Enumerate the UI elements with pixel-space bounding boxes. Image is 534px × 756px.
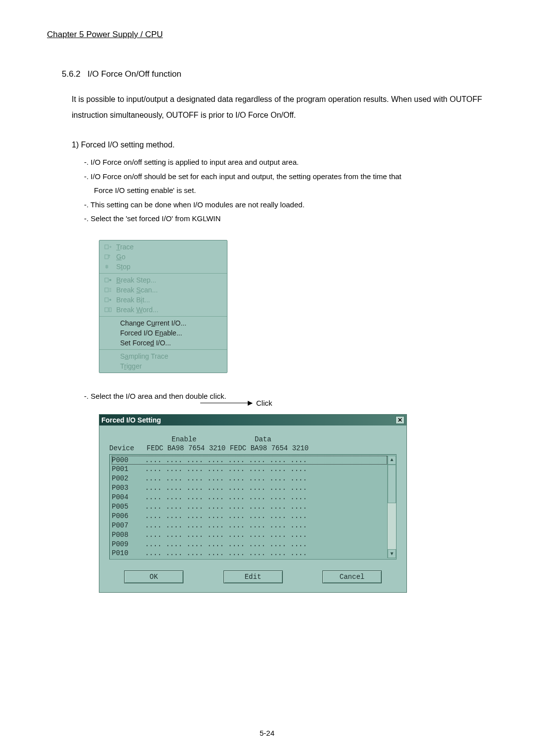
break-step-icon — [104, 277, 112, 284]
scroll-up-button[interactable]: ▲ — [388, 456, 396, 465]
svg-rect-1 — [105, 255, 108, 259]
menu-sampling-label: Sampling Trace — [120, 352, 168, 360]
scroll-thumb[interactable] — [388, 465, 396, 503]
menu-break-bit: Break Bit... — [99, 295, 227, 305]
scroll-down-button[interactable]: ▼ — [388, 549, 396, 558]
dialog-title: Forced I/O Setting — [101, 416, 161, 424]
bullet-2-cont: Force I/O setting enable' is set. — [94, 184, 487, 198]
menu-break-scan-label: Break Scan... — [116, 286, 158, 294]
menu-stop-label: Stop — [116, 263, 131, 271]
menu-stop: Stop — [99, 262, 227, 272]
ok-button[interactable]: OK — [124, 570, 183, 583]
svg-point-6 — [109, 299, 111, 301]
menu-trigger: Trigger — [99, 361, 227, 371]
svg-rect-5 — [105, 298, 108, 302]
go-icon — [104, 253, 112, 260]
menu-break-scan: Break Scan... — [99, 285, 227, 295]
menu-forced-io-enable[interactable]: Forced I/O Enable... — [99, 328, 227, 338]
menu-break-bit-label: Break Bit... — [116, 296, 150, 304]
bullet-3: -. This setting can be done when I/O mod… — [84, 198, 472, 212]
column-header-groups: Enable Data — [109, 435, 397, 443]
scroll-track[interactable] — [388, 465, 396, 550]
bullet-1: -. I/O Force on/off setting is applied t… — [84, 155, 472, 170]
trace-icon — [104, 243, 112, 250]
stop-icon — [104, 263, 112, 270]
svg-rect-2 — [105, 278, 108, 282]
list-row[interactable]: P006 .... .... .... .... .... .... .... … — [112, 512, 387, 521]
svg-rect-8 — [109, 308, 111, 312]
menu-sampling-trace: Sampling Trace — [99, 351, 227, 361]
click-label: Click — [256, 399, 272, 407]
break-word-icon — [104, 306, 112, 313]
list-row[interactable]: P001 .... .... .... .... .... .... .... … — [112, 465, 387, 474]
menu-set-forced-label: Set Forced I/O... — [120, 339, 171, 347]
break-scan-icon — [104, 286, 112, 293]
column-header-bits: Device FEDC BA98 7654 3210 FEDC BA98 765… — [109, 444, 397, 452]
list-row[interactable]: P010 .... .... .... .... .... .... .... … — [112, 549, 387, 558]
menu-go-label: Go — [116, 253, 126, 261]
arrow-icon — [200, 403, 252, 403]
list-row[interactable]: P003 .... .... .... .... .... .... .... … — [112, 483, 387, 493]
arrow-up-icon: ▲ — [390, 457, 393, 463]
edit-button[interactable]: Edit — [223, 570, 283, 583]
list-row[interactable]: P007 .... .... .... .... .... .... .... … — [112, 521, 387, 530]
svg-rect-3 — [109, 279, 111, 281]
close-icon: ✕ — [398, 417, 402, 424]
arrow-down-icon: ▼ — [390, 551, 393, 557]
menu-trace: Trace — [99, 242, 227, 252]
menu-break-step: Break Step... — [99, 275, 227, 285]
io-listbox[interactable]: P000 .... .... .... .... .... .... .... … — [109, 454, 397, 560]
menu-trace-label: Trace — [116, 243, 134, 251]
forced-io-dialog: Forced I/O Setting ✕ Enable Data Device … — [99, 414, 407, 593]
list-row[interactable]: P005 .... .... .... .... .... .... .... … — [112, 502, 387, 512]
list-row[interactable]: P008 .... .... .... .... .... .... .... … — [112, 530, 387, 540]
list-row[interactable]: P004 .... .... .... .... .... .... .... … — [112, 493, 387, 502]
list-row[interactable]: P009 .... .... .... .... .... .... .... … — [112, 540, 387, 549]
menu-forced-enable-label: Forced I/O Enable... — [120, 329, 182, 337]
intro-paragraph: It is possible to input/output a designa… — [72, 92, 482, 123]
dialog-titlebar: Forced I/O Setting ✕ — [99, 415, 406, 425]
bullet-2: -. I/O Force on/off should be set for ea… — [84, 170, 472, 184]
page-number: 5-24 — [0, 729, 534, 737]
menu-break-step-label: Break Step... — [116, 276, 156, 284]
section-heading: I/O Force On/Off function — [88, 69, 181, 79]
menu-break-word: Break Word... — [99, 305, 227, 315]
menu-set-forced-io[interactable]: Set Forced I/O... — [99, 338, 227, 348]
bullet-4: -. Select the 'set forced I/O' from KGLW… — [84, 212, 472, 226]
click-annotation: Click — [200, 399, 272, 407]
chapter-header: Chapter 5 Power Supply / CPU — [47, 30, 487, 40]
svg-rect-0 — [105, 245, 108, 249]
after-menu-instruction: -. Select the I/O area and then double c… — [84, 392, 487, 400]
subheading-1: 1) Forced I/O setting method. — [72, 141, 487, 149]
svg-rect-4 — [105, 288, 108, 292]
cancel-button[interactable]: Cancel — [322, 570, 382, 583]
menu-change-current-label: Change Current I/O... — [120, 319, 186, 327]
close-button[interactable]: ✕ — [396, 416, 404, 424]
menu-trigger-label: Trigger — [120, 362, 142, 370]
section-number: 5.6.2 — [62, 69, 81, 79]
context-menu: Trace Go Stop Break Step... Break Scan — [99, 240, 227, 373]
svg-rect-7 — [105, 308, 108, 312]
menu-change-current-io[interactable]: Change Current I/O... — [99, 318, 227, 328]
break-bit-icon — [104, 296, 112, 303]
menu-go: Go — [99, 252, 227, 262]
list-row[interactable]: P002 .... .... .... .... .... .... .... … — [112, 474, 387, 483]
scrollbar[interactable]: ▲ ▼ — [387, 456, 396, 559]
section-title: 5.6.2 I/O Force On/Off function — [62, 69, 487, 79]
menu-break-word-label: Break Word... — [116, 306, 158, 314]
list-row[interactable]: P000 .... .... .... .... .... .... .... … — [112, 456, 387, 465]
